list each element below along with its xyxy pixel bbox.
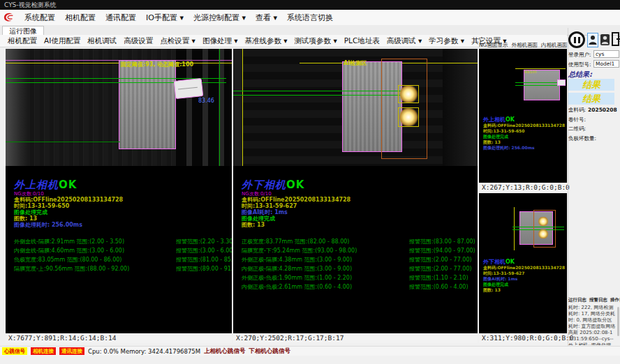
middle-camera-view[interactable]: AI检测区 外下相机OK NG次数:0/10 盒料码:OFFline202502… [233, 49, 478, 333]
left-camera-name: 外上相机 [14, 179, 59, 191]
measurement-value: 负极宽度:83.05mm 范围:(80.00 - 86.00) [14, 257, 121, 263]
user-switch-button[interactable] [600, 34, 610, 45]
small-bottom-frames: 图数: 13 [483, 287, 565, 293]
small-top-overlay-text: 外上相机OK 盒料码:OFFline20250208133134728 时间:1… [483, 117, 565, 151]
measurement-alarm: 报警范围:(2.00 - 77.00) [409, 265, 472, 273]
result-badge-1: 结果 [568, 79, 614, 91]
tab-run-image[interactable]: 运行图像 [2, 26, 44, 36]
small-bottom-camera-view[interactable]: 外下相机OK 盒料码:OFFline20250208133134728 时间:1… [479, 193, 567, 333]
measurement-value: 外侧正极-负极:1.90mm 范围:(1.00 - 2.20) [242, 275, 352, 281]
middle-ok-status: OK [286, 179, 304, 191]
menu-item-camera-config[interactable]: 相机配置 [60, 11, 101, 24]
app-window: CYS-视觉检测系统 系统配置 相机配置 通讯配置 IO手配置 ▾ 光源控制配置… [0, 0, 620, 364]
small-top-ok: OK [505, 116, 515, 123]
model-field[interactable]: Model1 [593, 60, 619, 68]
measurement-alarm: 报警范围:(3.00 - 6.00) [176, 247, 232, 255]
small-top-pixel-coords: X:267;Y:13;R:0;G:0;B:0 [479, 183, 567, 192]
small-bottom-barcode: 盒料码:OFFline20250208133134728 [483, 265, 565, 271]
small-top-status: 图像处理完成 [483, 134, 565, 139]
pause-button[interactable] [568, 31, 585, 48]
small-bottom-camera-name: 外下相机 [483, 259, 505, 265]
measurement-value: 隔膜宽度-下:95.24mm 范围:(93.00 - 98.00) [242, 248, 357, 254]
ai-detect-label: AI检测区 [344, 59, 367, 67]
upper-camera-heartbeat: 上相机心跳信号 [204, 347, 246, 356]
small-bottom-overlay-text: 外下相机OK 盒料码:OFFline20250208133134728 时间:1… [483, 259, 565, 293]
small-view-tabs: NG画面显示 外相机画面 内相机画面 [479, 41, 567, 49]
small-bottom-ok: OK [505, 259, 515, 265]
logout-door-icon [611, 31, 620, 47]
log-scrollbar[interactable] [617, 307, 619, 336]
log-text: 耗时: 222, 网络检测耗时: 17, 网络分类耗时: 0, 网络提取分区耗时… [568, 305, 616, 345]
small-top-frames: 图数: 13 [483, 139, 565, 145]
left-threshold-label: 固定阈值:93, 动态阈值:100 [121, 61, 193, 68]
menu-item-system-config[interactable]: 系统配置 [20, 11, 60, 24]
camera-connect-badge: 相机连接 [31, 347, 56, 355]
log-tab-operation[interactable]: 操作日志 [610, 297, 620, 303]
menu-item-language[interactable]: 系统语言切换 [282, 11, 338, 24]
middle-camera-image: AI检测区 [233, 49, 478, 166]
log-tab-run[interactable]: 运行日志 [568, 297, 586, 303]
small-bottom-pixel-coords: X:311;Y:980;R:0;G:0;B:0 [479, 333, 567, 343]
tab-outer-camera[interactable]: 外相机画面 [511, 42, 538, 49]
small-top-time: 时间:13-31-59-650 [483, 128, 565, 134]
tool-image-processing[interactable]: 图像处理 ▾ [199, 36, 242, 47]
tool-plc-address[interactable]: PLC地址表 [341, 36, 383, 47]
log-tab-alarm[interactable]: 报警日志 [589, 297, 607, 303]
measurement-value: 内侧正极-负极:2.61mm 范围:(0.60 - 4.00) [242, 284, 352, 290]
login-user-label: 登录用户: [568, 52, 591, 59]
tool-advanced-debug[interactable]: 高级调试 ▾ [383, 36, 426, 47]
small-top-camera-view[interactable]: 93/100 外上相机OK 盒料码:OFFline202502081331347… [479, 49, 567, 183]
measurement-value: 正极宽度:83.77mm 范围:(82.00 - 88.00) [242, 238, 349, 245]
login-user-field[interactable]: cys [593, 50, 619, 58]
tool-baseline-params[interactable]: 基准线参数 ▾ [242, 36, 291, 47]
left-camera-view[interactable]: 固定阈值:93, 动态阈值:100 83.46 外上相机OK NG次数:0/10… [6, 49, 232, 333]
tool-advanced-settings[interactable]: 高级设置 [120, 36, 156, 47]
small-top-image: 93/100 [515, 64, 566, 107]
tool-test-params[interactable]: 测试项参数 ▾ [291, 36, 341, 47]
small-bottom-image [512, 207, 564, 250]
result-badge-2: 结果 [568, 93, 614, 105]
tab-inner-camera[interactable]: 内相机画面 [541, 42, 568, 49]
tool-camera-config[interactable]: 相机配置 [4, 36, 40, 47]
middle-camera-name: 外下相机 [242, 179, 286, 191]
pause-icon [578, 37, 580, 43]
measurement-alarm: 报警范围:(89.00 - 91.00) [176, 265, 232, 273]
user-login-button[interactable] [587, 33, 598, 47]
small-top-elapsed: 图像处理耗时: 256.00ms [483, 145, 565, 151]
menu-item-comm-config[interactable]: 通讯配置 [101, 11, 141, 24]
measurement-value: 外侧盒线-隔膜:2.91mm 范围:(2.00 - 3.50) [14, 238, 124, 245]
left-pixel-coords: X:7677;Y:891;R:14;G:14;B:14 [6, 333, 232, 343]
middle-measure-row: 内侧正极-负极:2.61mm 范围:(0.60 - 4.00) 报警范围:(0.… [242, 283, 476, 291]
tab-ng-display[interactable]: NG画面显示 [479, 42, 508, 49]
left-camera-image: 固定阈值:93, 动态阈值:100 83.46 [6, 49, 232, 166]
measurement-alarm: 报警范围:(2.20 - 3.30) [176, 238, 232, 245]
ring-count-label: 负极环数量: [568, 135, 596, 142]
menu-bar: 系统配置 相机配置 通讯配置 IO手配置 ▾ 光源控制配置 ▾ 查看 ▾ 系统语… [0, 10, 620, 26]
measurement-value: 内侧正极-隔膜:4.28mm 范围:(3.00 - 9.00) [242, 266, 352, 272]
comm-connect-badge: 通讯连接 [59, 347, 84, 355]
small-top-camera-name: 外上相机 [483, 116, 505, 123]
middle-measure-row: 正极宽度:83.77mm 范围:(82.00 - 88.00) 报警范围:(83… [242, 238, 476, 245]
menu-item-view[interactable]: 查看 ▾ [251, 11, 282, 24]
user-icon [588, 33, 598, 46]
left-measure-row: 外侧盒线-隔膜:2.91mm 范围:(2.00 - 3.50) 报警范围:(2.… [14, 238, 230, 245]
left-measure-row: 隔膜宽度-上:90.56mm 范围:(88.00 - 92.00) 报警范围:(… [14, 265, 230, 273]
tool-spot-check[interactable]: 点检设置 ▾ [156, 36, 199, 47]
menu-item-light-config[interactable]: 光源控制配置 ▾ [189, 11, 251, 24]
window-titlebar: CYS-视觉检测系统 [0, 0, 620, 10]
measurement-alarm: 报警范围:(0.60 - 4.00) [409, 283, 468, 291]
menu-item-io-config[interactable]: IO手配置 ▾ [141, 11, 189, 24]
middle-measure-row: 内侧正极-隔膜:4.28mm 范围:(3.00 - 9.00) 报警范围:(2.… [242, 265, 476, 273]
left-blue-value-label: 83.46 [198, 98, 214, 104]
tool-learning-params[interactable]: 学习参数 ▾ [425, 36, 468, 47]
left-connector-tab [174, 78, 203, 99]
measurement-alarm: 报警范围:(94.00 - 97.00) [409, 247, 475, 255]
box-code-label: 盒料码: [568, 107, 586, 114]
measurement-value: 内侧盒线-隔膜:4.60mm 范围:(3.00 - 6.00) [14, 248, 124, 254]
window-title: CYS-视觉检测系统 [4, 1, 57, 8]
tool-camera-debug[interactable]: 相机调试 [84, 36, 120, 47]
exit-button[interactable] [611, 31, 620, 47]
user-dark-icon [600, 34, 610, 45]
tool-ai-usage-config[interactable]: AI使用配置 [40, 36, 84, 47]
left-elapsed: 图像处理耗时: 256.00ms [14, 221, 82, 229]
